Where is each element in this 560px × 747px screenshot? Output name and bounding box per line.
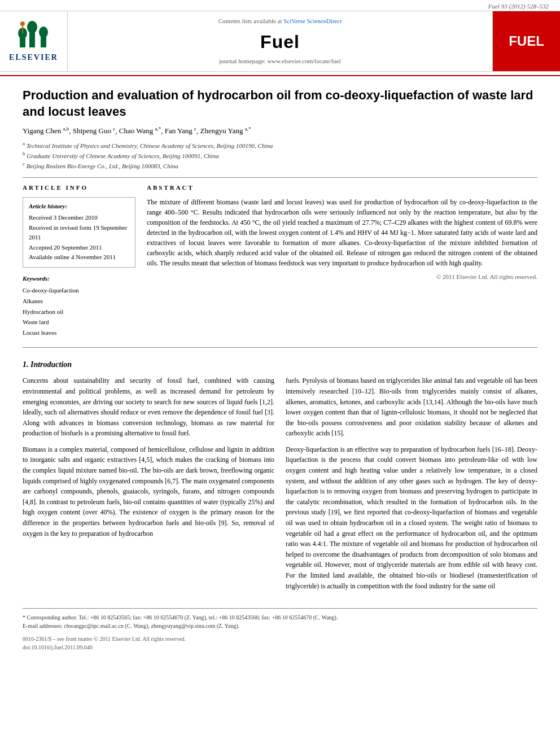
keywords-label: Keywords:: [23, 274, 135, 283]
intro-body-cols: Concerns about sustainability and securi…: [23, 375, 537, 597]
journal-banner: ELSEVIER Contents lists available at Sci…: [0, 11, 560, 72]
journal-ref: Fuel 93 (2012) 528–532: [488, 2, 549, 11]
authors-text: Yigang Chen a,b, Shipeng Guo c, Chao Wan…: [23, 126, 251, 135]
intro-heading: 1. Introduction: [23, 359, 537, 370]
svg-point-5: [39, 27, 48, 38]
svg-point-6: [20, 21, 25, 26]
abstract-heading: ABSTRACT: [147, 184, 537, 192]
fuel-logo: FUEL: [507, 21, 546, 61]
revised-date: Received in revised form 19 September 20…: [29, 223, 129, 243]
intro-p2: Biomass is a complex material, composed …: [23, 444, 274, 539]
article-info-heading: ARTICLE INFO: [23, 184, 135, 192]
intro-col-1: Concerns about sustainability and securi…: [23, 375, 274, 597]
journal-header-top: Fuel 93 (2012) 528–532: [0, 0, 560, 11]
keywords-box: Keywords: Co-deoxy-liquefaction Alkanes …: [23, 274, 135, 338]
intro-p3: fuels. Pyrolysis of biomass based on tri…: [286, 375, 537, 439]
sciverse-anchor[interactable]: SciVerse ScienceDirect: [283, 18, 342, 24]
elsevier-logo: ELSEVIER: [9, 19, 58, 63]
fuel-logo-img: FUEL: [507, 21, 546, 61]
affiliations: a Technical Institute of Physics and Che…: [23, 140, 537, 171]
journal-center: Contents lists available at SciVerse Sci…: [68, 11, 492, 71]
issn-line: 0016-2361/$ – see front matter © 2011 El…: [23, 635, 537, 652]
available-date: Available online 4 November 2011: [29, 252, 129, 263]
introduction-section: 1. Introduction Concerns about sustainab…: [23, 359, 537, 597]
keyword-5: Locust leaves: [23, 327, 135, 338]
intro-p4: Deoxy-liquefaction is an effective way t…: [286, 444, 537, 591]
sciverse-link[interactable]: Contents lists available at SciVerse Sci…: [218, 17, 342, 25]
intro-p1: Concerns about sustainability and securi…: [23, 375, 274, 439]
accepted-date: Accepted 20 September 2011: [29, 243, 129, 253]
keyword-2: Alkanes: [23, 296, 135, 307]
abstract-col: ABSTRACT The mixture of different biomas…: [147, 184, 537, 338]
footnotes: * Corresponding author. Tel.: +86 10 825…: [23, 608, 537, 652]
keyword-1: Co-deoxy-liquefaction: [23, 285, 135, 296]
elsevier-logo-box: ELSEVIER: [0, 11, 68, 71]
article-body: Production and evaluation of hydrocarbon…: [0, 76, 560, 663]
corresponding-note: * Corresponding author. Tel.: +86 10 825…: [23, 613, 537, 622]
email-note: E-mail addresses: chwangpc@ipc.mail.ac.c…: [23, 622, 537, 630]
affiliation-b: b Graduate University of Chinese Academy…: [23, 150, 537, 160]
intro-col-2: fuels. Pyrolysis of biomass based on tri…: [286, 375, 537, 597]
fuel-logo-box: FUEL: [492, 11, 560, 71]
keyword-3: Hydrocarbon oil: [23, 307, 135, 317]
svg-point-3: [27, 21, 37, 33]
copyright-notice: © 2011 Elsevier Ltd. All rights reserved…: [147, 273, 537, 281]
authors-line: Yigang Chen a,b, Shipeng Guo c, Chao Wan…: [23, 125, 537, 137]
info-abstract-row: ARTICLE INFO Article history: Received 3…: [23, 184, 537, 338]
journal-header: Fuel 93 (2012) 528–532: [0, 0, 560, 76]
page-wrapper: Fuel 93 (2012) 528–532: [0, 0, 560, 663]
article-title: Production and evaluation of hydrocarbon…: [23, 88, 537, 120]
article-info-box: Article history: Received 3 December 201…: [23, 197, 135, 268]
fuel-logo-text: FUEL: [509, 32, 544, 51]
affiliation-a: a Technical Institute of Physics and Che…: [23, 140, 537, 150]
abstract-text: The mixture of different biomass (waste …: [147, 197, 537, 268]
divider-1: [23, 177, 537, 178]
history-label: Article history:: [29, 202, 129, 211]
article-info-col: ARTICLE INFO Article history: Received 3…: [23, 184, 135, 338]
divider-2: [23, 347, 537, 348]
journal-title-big: Fuel: [260, 29, 300, 55]
elsevier-label: ELSEVIER: [9, 52, 58, 63]
keyword-4: Waste lard: [23, 317, 135, 327]
journal-homepage: journal homepage: www.elsevier.com/locat…: [219, 57, 341, 65]
elsevier-tree-icon: [17, 19, 51, 50]
affiliation-c: c Beijing Realzen Bio-Energy Co., Ltd., …: [23, 160, 537, 171]
received-date: Received 3 December 2010: [29, 213, 129, 223]
sciverse-text: Contents lists available at: [218, 18, 282, 24]
